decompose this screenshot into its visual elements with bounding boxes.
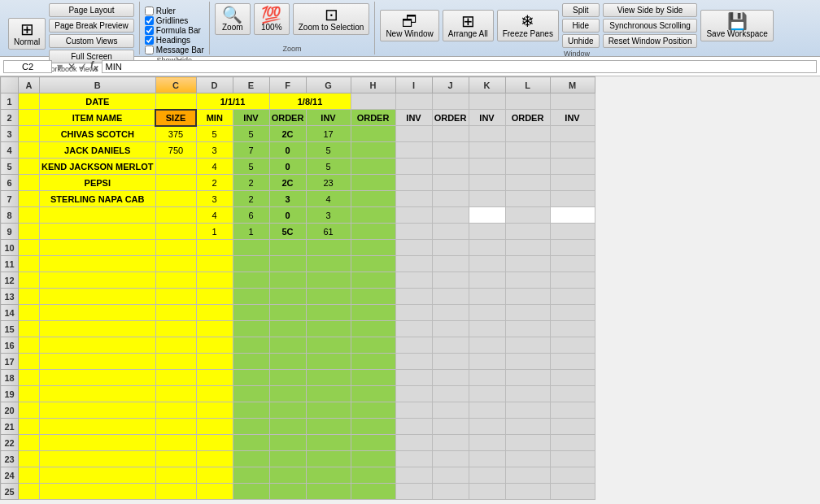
cell-reference-box[interactable] bbox=[3, 60, 52, 73]
save-workspace-button[interactable]: 💾 Save Workspace bbox=[700, 10, 773, 41]
zoom-100-button[interactable]: 💯 100% bbox=[254, 3, 290, 35]
cell-m1[interactable] bbox=[550, 93, 595, 110]
cell-i20[interactable] bbox=[395, 402, 432, 419]
cell-h21[interactable] bbox=[351, 419, 395, 435]
cell-a4[interactable] bbox=[19, 142, 40, 159]
cell-c13[interactable] bbox=[155, 289, 196, 305]
cell-m22[interactable] bbox=[550, 435, 595, 451]
cell-m14[interactable] bbox=[550, 305, 595, 321]
cell-g5[interactable]: 5 bbox=[306, 159, 351, 175]
cell-i5[interactable] bbox=[395, 159, 432, 175]
col-header-k[interactable]: K bbox=[469, 77, 505, 93]
cell-g8[interactable]: 3 bbox=[306, 207, 351, 224]
cell-d21[interactable] bbox=[196, 419, 233, 435]
cell-f8[interactable]: 0 bbox=[269, 207, 306, 224]
row-num-9[interactable]: 9 bbox=[1, 224, 19, 240]
cell-f21[interactable] bbox=[269, 419, 306, 435]
cell-h7[interactable] bbox=[351, 191, 395, 207]
cell-b3[interactable]: CHIVAS SCOTCH bbox=[40, 126, 156, 142]
cell-j17[interactable] bbox=[432, 354, 469, 370]
cell-l11[interactable] bbox=[505, 256, 550, 272]
cell-i15[interactable] bbox=[395, 321, 432, 337]
cell-l21[interactable] bbox=[505, 419, 550, 435]
cell-i17[interactable] bbox=[395, 354, 432, 370]
cell-b15[interactable] bbox=[40, 321, 156, 337]
cell-g19[interactable] bbox=[306, 386, 351, 402]
cell-i18[interactable] bbox=[395, 370, 432, 386]
cell-b21[interactable] bbox=[40, 419, 156, 435]
cell-d23[interactable] bbox=[196, 451, 233, 467]
cell-b1[interactable]: DATE bbox=[40, 93, 156, 110]
col-header-m[interactable]: M bbox=[550, 77, 595, 93]
cell-f22[interactable] bbox=[269, 435, 306, 451]
cell-g9[interactable]: 61 bbox=[306, 224, 351, 240]
cell-e10[interactable] bbox=[233, 240, 269, 256]
cell-a18[interactable] bbox=[19, 370, 40, 386]
cell-m4[interactable] bbox=[550, 142, 595, 159]
formula-input[interactable] bbox=[102, 60, 817, 73]
ruler-checkbox[interactable] bbox=[145, 7, 154, 15]
cell-f13[interactable] bbox=[269, 289, 306, 305]
gridlines-checkbox[interactable] bbox=[145, 16, 154, 25]
cell-e7[interactable]: 2 bbox=[233, 191, 269, 207]
cell-l17[interactable] bbox=[505, 354, 550, 370]
cell-f12[interactable] bbox=[269, 272, 306, 289]
cell-e13[interactable] bbox=[233, 289, 269, 305]
cell-f20[interactable] bbox=[269, 402, 306, 419]
cell-a22[interactable] bbox=[19, 435, 40, 451]
cell-d12[interactable] bbox=[196, 272, 233, 289]
freeze-panes-button[interactable]: ❄ Freeze Panes bbox=[497, 10, 559, 41]
cell-a5[interactable] bbox=[19, 159, 40, 175]
cell-f18[interactable] bbox=[269, 370, 306, 386]
cell-l23[interactable] bbox=[505, 451, 550, 467]
cell-c8[interactable] bbox=[155, 207, 196, 224]
cell-m23[interactable] bbox=[550, 451, 595, 467]
col-header-d[interactable]: D bbox=[196, 77, 233, 93]
cell-l6[interactable] bbox=[505, 175, 550, 191]
cell-k25[interactable] bbox=[469, 484, 505, 500]
cell-f6[interactable]: 2C bbox=[269, 175, 306, 191]
cell-g18[interactable] bbox=[306, 370, 351, 386]
row-num-11[interactable]: 11 bbox=[1, 256, 19, 272]
row-num-8[interactable]: 8 bbox=[1, 207, 19, 224]
cell-j20[interactable] bbox=[432, 402, 469, 419]
cell-c12[interactable] bbox=[155, 272, 196, 289]
cell-b6[interactable]: PEPSI bbox=[40, 175, 156, 191]
cell-a6[interactable] bbox=[19, 175, 40, 191]
cell-e20[interactable] bbox=[233, 402, 269, 419]
col-header-h[interactable]: H bbox=[351, 77, 395, 93]
cell-j25[interactable] bbox=[432, 484, 469, 500]
cell-c7[interactable] bbox=[155, 191, 196, 207]
sync-scroll-button[interactable]: Synchronous Scrolling bbox=[603, 19, 698, 33]
cell-g4[interactable]: 5 bbox=[306, 142, 351, 159]
cell-k8[interactable] bbox=[469, 207, 505, 224]
cell-f3[interactable]: 2C bbox=[269, 126, 306, 142]
cell-f11[interactable] bbox=[269, 256, 306, 272]
cell-j22[interactable] bbox=[432, 435, 469, 451]
cell-j24[interactable] bbox=[432, 467, 469, 484]
ruler-checkbox-label[interactable]: Ruler bbox=[145, 7, 204, 15]
cell-e3[interactable]: 5 bbox=[233, 126, 269, 142]
cell-g17[interactable] bbox=[306, 354, 351, 370]
cell-h3[interactable] bbox=[351, 126, 395, 142]
cell-k3[interactable] bbox=[469, 126, 505, 142]
cell-f25[interactable] bbox=[269, 484, 306, 500]
cell-h9[interactable] bbox=[351, 224, 395, 240]
cell-h2[interactable]: ORDER bbox=[351, 110, 395, 126]
cell-g22[interactable] bbox=[306, 435, 351, 451]
cell-g24[interactable] bbox=[306, 467, 351, 484]
cell-g3[interactable]: 17 bbox=[306, 126, 351, 142]
cell-d19[interactable] bbox=[196, 386, 233, 402]
cell-m25[interactable] bbox=[550, 484, 595, 500]
cell-e21[interactable] bbox=[233, 419, 269, 435]
cell-k12[interactable] bbox=[469, 272, 505, 289]
cell-b18[interactable] bbox=[40, 370, 156, 386]
cell-j14[interactable] bbox=[432, 305, 469, 321]
cell-f23[interactable] bbox=[269, 451, 306, 467]
row-num-2[interactable]: 2 bbox=[1, 110, 19, 126]
cell-h20[interactable] bbox=[351, 402, 395, 419]
cell-d7[interactable]: 3 bbox=[196, 191, 233, 207]
cell-c14[interactable] bbox=[155, 305, 196, 321]
cell-m16[interactable] bbox=[550, 337, 595, 354]
cell-k22[interactable] bbox=[469, 435, 505, 451]
